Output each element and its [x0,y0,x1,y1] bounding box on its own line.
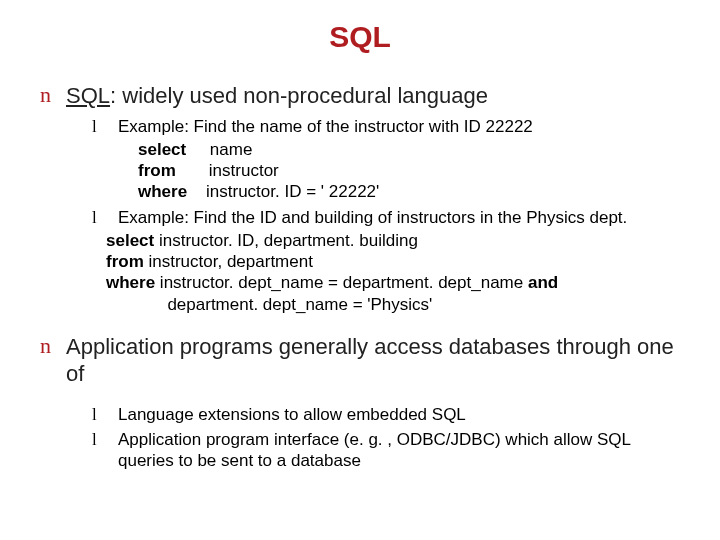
code-block-physics: select instructor. ID, department. build… [106,230,690,315]
bullet-glyph: n [40,82,66,110]
code-text: instructor, department [149,252,313,271]
keyword-from: from [138,161,176,180]
keyword-where: where [138,182,187,201]
bullet-text: SQL: widely used non-procedural language [66,82,488,110]
sub-bullet-glyph: l [92,429,118,472]
code-text: department. dept_name = 'Physics' [106,295,432,314]
sub-bullet-glyph: l [92,404,118,425]
slide-title: SQL [0,0,720,82]
sub-bullet-glyph: l [92,116,118,137]
code-text: instructor. ID, department. building [159,231,418,250]
keyword-select: select [138,140,186,159]
bullet-item-sql: n SQL: widely used non-procedural langua… [40,82,690,110]
code-text: instructor. dept_name = department. dept… [160,273,528,292]
sub-bullet-text: Example: Find the name of the instructor… [118,116,533,137]
keyword-and: and [528,273,558,292]
slide-content: n SQL: widely used non-procedural langua… [0,82,720,472]
sub-item-example1: l Example: Find the name of the instruct… [92,116,690,137]
sub-item-example2: l Example: Find the ID and building of i… [92,207,690,228]
code-text: instructor [176,161,279,180]
sub-bullet-text: Example: Find the ID and building of ins… [118,207,627,228]
bullet-glyph: n [40,333,66,388]
sub-item-api: l Application program interface (e. g. ,… [92,429,690,472]
keyword-from: from [106,252,149,271]
sub-item-lang-ext: l Language extensions to allow embedded … [92,404,690,425]
underlined-term: SQL [66,83,110,108]
bullet-text-rest: : widely used non-procedural language [110,83,488,108]
bullet-text: Application programs generally access da… [66,333,690,388]
code-text: instructor. ID = ' 22222' [187,182,379,201]
keyword-select: select [106,231,159,250]
bullet-item-app-programs: n Application programs generally access … [40,333,690,388]
sub-bullet-glyph: l [92,207,118,228]
sub-bullet-text: Language extensions to allow embedded SQ… [118,404,466,425]
keyword-where: where [106,273,160,292]
code-text: name [186,140,252,159]
code-block-select-name: select name from instructor where instru… [138,139,690,203]
sub-bullet-text: Application program interface (e. g. , O… [118,429,690,472]
